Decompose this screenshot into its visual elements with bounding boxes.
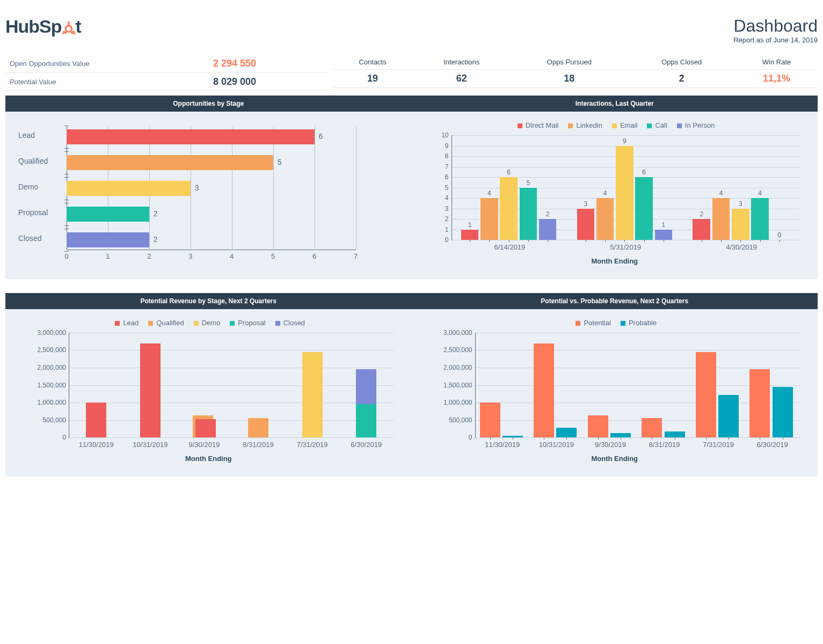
legend-item: Qualified [145,319,184,327]
bar-value: 0 [773,231,786,239]
x-tick-label: 6/14/2019 [494,240,525,251]
logo-text-b: t [76,16,81,37]
bar [642,418,662,437]
legend-item: Lead [112,319,139,327]
bar-value: 2 [154,209,158,218]
bar [248,418,268,437]
bar-value: 6 [638,169,651,176]
opps-by-stage-chart: 01234567 Lead6Qualified5Demo3Proposal2Cl… [18,121,399,266]
bar [577,209,595,240]
x-tick-label: 11/30/2019 [79,437,114,449]
x-tick-label: 8/31/2019 [243,437,274,449]
category-label: Lead [18,131,63,140]
bar-value: 1 [463,221,476,229]
bar-value: 2 [154,235,158,244]
x-tick-label: 8/31/2019 [649,437,680,449]
bar [696,352,716,437]
bar-value: 5 [278,158,282,166]
legend-item: Demo [191,319,221,327]
bar [751,198,769,240]
kpi-label: Potential Value [5,73,209,91]
legend-item: Call [644,121,667,129]
legend: LeadQualifiedDemoProposalClosed [18,319,399,330]
legend-item: In Person [674,121,715,129]
x-tick-label: 9/30/2019 [595,437,626,449]
category-label: Qualified [18,157,63,165]
hubspot-logo: HubSp t [5,16,81,37]
bar [67,155,273,170]
kpi-col-header: Contacts [333,55,412,70]
panel-opps-by-stage: Opportunities by Stage 01234567 Lead6Qua… [5,96,412,279]
x-tick-label: 7/31/2019 [703,437,734,449]
bar [195,419,216,437]
kpi-value: 8 029 000 [209,73,327,91]
x-tick-label: 10/31/2019 [133,437,167,449]
x-tick-label: 6/30/2019 [351,437,382,449]
x-tick-label: 7/31/2019 [297,437,328,449]
logo-text-a: HubSp [5,16,62,37]
kpi-right: ContactsInteractionsOpps PursuedOpps Clo… [333,55,818,91]
panel-title: Opportunities by Stage [5,96,412,112]
x-axis-title: Month Ending [18,455,399,463]
bar-value: 3 [195,184,199,192]
bar [596,198,614,240]
bar [773,387,793,437]
legend-item: Direct Mail [514,121,558,129]
kpi-col-value: 62 [412,70,511,88]
bar-value: 3 [579,200,592,208]
bottom-panels: Potential Revenue by Stage, Next 2 Quart… [5,293,818,477]
panel-title: Interactions, Last Quarter [412,96,818,112]
x-axis-title: Month Ending [425,455,805,463]
category-label: Closed [18,234,63,243]
bar [712,198,730,240]
bar [732,209,749,240]
kpi-col-value: 11,1% [735,70,818,88]
legend: Direct MailLinkedinEmailCallIn Person [425,121,805,133]
bar-value: 4 [715,189,727,197]
x-tick-label: 6/30/2019 [757,437,788,449]
svg-point-6 [73,32,75,34]
kpi-left: Open Opportunities Value 2 294 550 Poten… [5,55,327,91]
bar [635,177,653,240]
kpi-value: 2 294 550 [209,55,327,73]
page-title: Dashboard [733,16,818,36]
kpi-row: Open Opportunities Value 2 294 550 Poten… [5,55,818,91]
bar [693,219,710,240]
kpi-values: 196218211,1% [333,70,818,88]
kpi-col-value: 19 [333,70,412,88]
kpi-col-header: Opps Pursued [511,55,628,70]
bar [665,431,685,437]
category-label: Demo [18,182,63,191]
bar [86,402,106,437]
bar [655,230,673,240]
bar [67,129,315,144]
bar [140,343,161,438]
bar-value: 1 [657,221,670,229]
top-panels: Opportunities by Stage 01234567 Lead6Qua… [5,96,818,279]
header: HubSp t Dashboard Report as of June 14, … [5,11,818,55]
x-tick-label: 4/30/2019 [726,240,757,251]
kpi-col-header: Interactions [412,55,511,70]
kpi-col-value: 2 [628,70,735,88]
bar [616,146,633,240]
legend-item: Proposal [227,319,265,327]
bar [356,369,376,404]
kpi-headers: ContactsInteractionsOpps PursuedOpps Clo… [333,55,818,70]
bar-value: 4 [483,189,496,197]
x-axis-title: Month Ending [425,257,805,265]
bar-value: 2 [541,210,554,218]
sprocket-icon [62,16,76,37]
bar-value: 9 [618,137,631,145]
bar [480,402,500,437]
bar [534,343,554,438]
bar [539,219,557,240]
bar [556,428,577,437]
bar [67,181,191,196]
kpi-col-header: Win Rate [735,55,818,70]
svg-point-5 [62,32,64,34]
panel-title: Potential Revenue by Stage, Next 2 Quart… [5,293,412,309]
panel-pot-vs-prob: Potential vs. Probable Revenue, Next 2 Q… [412,293,818,477]
bar-value: 4 [599,189,611,197]
kpi-open-opps: Open Opportunities Value 2 294 550 [5,55,327,73]
kpi-label: Open Opportunities Value [5,55,209,73]
